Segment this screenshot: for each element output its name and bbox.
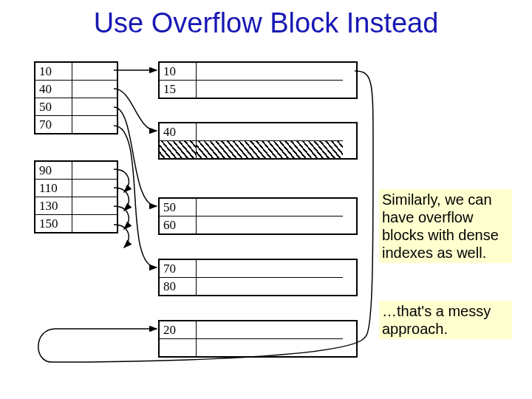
data-key: 50 — [160, 199, 197, 216]
data-block-overflow: 20 — [158, 320, 346, 358]
index-key: 150 — [35, 215, 72, 232]
index-key: 50 — [35, 98, 72, 115]
callout-note-2: …that's a messy approach. — [379, 301, 512, 339]
block-pointer — [343, 122, 358, 160]
data-key: 10 — [160, 63, 197, 80]
index-block-2: 90 110 130 150 — [34, 160, 118, 233]
data-key: 15 — [160, 81, 197, 98]
callout-note-1: Similarly, we can have overflow blocks w… — [379, 189, 512, 263]
data-block-1: 10 15 — [158, 61, 346, 99]
page-title: Use Overflow Block Instead — [0, 7, 532, 39]
data-block-3: 50 60 — [158, 197, 346, 235]
index-key: 10 — [35, 63, 72, 80]
data-key: 70 — [160, 260, 197, 277]
index-block-1: 10 40 50 70 — [34, 61, 118, 134]
data-key: 80 — [160, 278, 197, 295]
hatched-cell — [160, 141, 197, 158]
index-key: 90 — [35, 162, 72, 179]
data-key: 60 — [160, 216, 197, 233]
hatched-cell — [197, 141, 344, 158]
block-pointer — [343, 320, 358, 358]
index-key: 110 — [35, 180, 72, 197]
data-key: 20 — [160, 321, 197, 338]
block-pointer — [343, 197, 358, 235]
index-key: 70 — [35, 116, 72, 133]
data-key — [160, 339, 197, 356]
data-key: 40 — [160, 123, 197, 140]
data-block-2: 40 — [158, 122, 346, 160]
data-block-4: 70 80 — [158, 259, 346, 296]
index-key: 130 — [35, 197, 72, 214]
index-key: 40 — [35, 81, 72, 98]
block-pointer — [343, 259, 358, 296]
block-pointer — [343, 61, 358, 99]
